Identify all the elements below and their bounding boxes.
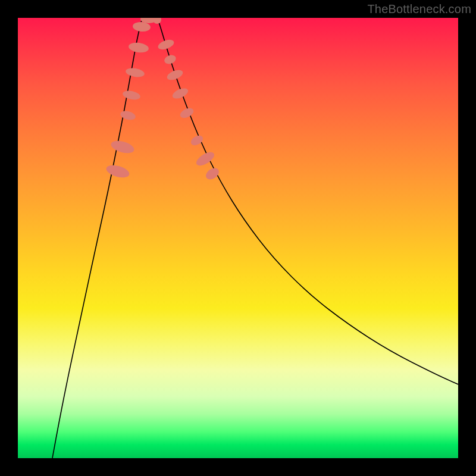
marker [122,89,141,101]
marker [204,166,221,182]
marker [163,54,177,65]
data-markers [105,18,221,181]
chart-svg [18,18,458,458]
marker [105,163,130,180]
curve-right [157,18,458,384]
curve-left [52,18,143,458]
marker [109,139,135,155]
marker [178,106,195,120]
marker [165,68,184,82]
marker [128,42,149,54]
marker [153,18,161,24]
marker [156,38,175,52]
marker [125,67,145,78]
watermark-text: TheBottleneck.com [367,2,471,16]
marker [194,149,216,168]
chart-frame [18,18,458,458]
